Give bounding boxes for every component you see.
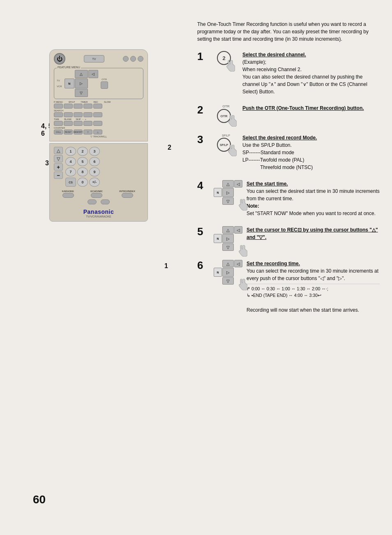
- plus-button[interactable]: [93, 121, 102, 126]
- otr-button[interactable]: [101, 81, 108, 89]
- pmenu-button[interactable]: [54, 104, 63, 109]
- tv-av-button[interactable]: TV: [84, 55, 104, 63]
- dpad-up-button[interactable]: △: [75, 70, 88, 78]
- step-6-icon: △ ◁ N ▷ ▽: [214, 260, 242, 314]
- pmenu-label: P-MENU: [54, 101, 63, 103]
- splp-label: SP/LP: [69, 101, 75, 103]
- step-4-row: 4 △ ◁ N ▷ ▽ Set the start time.: [197, 180, 380, 217]
- step-1-number: 1: [197, 51, 210, 95]
- timer-label: TIMER: [81, 101, 88, 103]
- plus-arrow-button[interactable]: +: [54, 163, 63, 171]
- mid-row-1: [54, 104, 143, 109]
- power-button[interactable]: ⏻: [54, 53, 65, 65]
- step-3-title: Select the desired record Mode.: [242, 135, 317, 141]
- plus-minus-button[interactable]: +/-: [89, 178, 100, 187]
- tracking-down-button[interactable]: ▽: [83, 130, 92, 134]
- skip-button[interactable]: [74, 121, 83, 126]
- karaoke-button[interactable]: [62, 193, 74, 198]
- step-1-title: Select the desired channel.: [242, 52, 306, 58]
- num-5-button[interactable]: 5: [77, 157, 88, 166]
- mid-buttons-section: P-MENU SP/LP TIMER REC SLOW SE: [54, 101, 143, 138]
- feature-menu-label: FEATURE MENU: [57, 66, 81, 69]
- remote-bottom-section: △ ▽ + − 1 2 3 4 5 6 7 8: [49, 143, 148, 222]
- dpad-left-button[interactable]: ◁: [88, 70, 98, 78]
- step-3-number: 3: [197, 134, 210, 171]
- timing-sequence: ↱ 0:00 ↔ 0:30 ↔ 1:00 ↔ 1:30 ↔ 2:00 ↔·; ↳…: [247, 284, 380, 299]
- arrow-up-button[interactable]: △: [54, 147, 63, 154]
- time-blank-labels: TIME BLANK SKIP - +: [54, 118, 143, 120]
- numpad-section: △ ▽ + − 1 2 3 4 5 6 7 8: [54, 147, 143, 187]
- memory-button[interactable]: MEMORY: [74, 130, 83, 134]
- step-3-row: 3 SP/LP SP/LP Select the desired record …: [197, 134, 380, 171]
- step-3-content: Select the desired record Mode. Use the …: [242, 134, 380, 171]
- cs-button[interactable]: CS: [65, 178, 76, 187]
- mic-volume-buttons: [54, 199, 143, 204]
- slow-button[interactable]: [93, 104, 102, 109]
- minus-arrow-button[interactable]: −: [54, 171, 63, 179]
- num-4-button[interactable]: 4: [65, 157, 76, 166]
- arrow-down-button[interactable]: ▽: [54, 155, 63, 162]
- search-labels: SEARCH: [54, 109, 143, 112]
- echo-mic-label: ECHO/MIC: [90, 190, 103, 192]
- dpad-center-button[interactable]: N: [65, 79, 74, 88]
- step-5-content: Set the cursor to REC⊡ by using the curs…: [247, 226, 380, 251]
- karaoke-label: KARAOKE: [62, 190, 74, 192]
- splp-button[interactable]: [64, 104, 73, 109]
- hand-pointer-icon-2: [228, 115, 237, 127]
- extra-button-1[interactable]: [130, 56, 136, 62]
- time-button[interactable]: [54, 121, 63, 126]
- dpad4-left: ◁: [234, 180, 242, 188]
- search-button-1[interactable]: [54, 112, 63, 117]
- mute-button[interactable]: [123, 56, 129, 62]
- search-button-4[interactable]: [83, 112, 92, 117]
- call-button[interactable]: CALL: [54, 130, 63, 134]
- search-button-5[interactable]: [93, 112, 102, 117]
- mic-vol-up-button[interactable]: [101, 199, 110, 204]
- mic-vol-down-button[interactable]: [88, 199, 97, 204]
- num-0-button[interactable]: 0: [77, 178, 88, 187]
- step-1-row: 1 2 Select the desired channel. (Example…: [197, 51, 380, 95]
- brand-name: Panasonic: [54, 208, 143, 215]
- echo-mic-item: ECHO/MIC: [90, 190, 103, 198]
- minus-button[interactable]: [83, 121, 92, 126]
- intro-index-button[interactable]: [122, 193, 133, 198]
- remote-dpad[interactable]: △ ◁ N ▷ ▽: [65, 70, 98, 97]
- hand-pointer-icon-6: [238, 279, 247, 290]
- tracking-up-button[interactable]: △: [93, 130, 102, 134]
- num-3-button[interactable]: 3: [89, 147, 100, 156]
- reset-button[interactable]: RESET: [64, 130, 73, 134]
- time-label: TIME: [54, 118, 59, 120]
- page: 4, 5,6 3 1 2 ⏻ TV: [0, 0, 392, 535]
- tracking-label: ▽ TRACKING△: [54, 135, 143, 138]
- timer-button[interactable]: [74, 104, 83, 109]
- otr-section: OTR: [101, 78, 108, 89]
- search-button-3[interactable]: [74, 112, 83, 117]
- search-button-2[interactable]: [64, 112, 73, 117]
- step-6-dpad-container: △ ◁ N ▷ ▽: [214, 260, 242, 285]
- dpad-right-button[interactable]: ▷: [75, 79, 88, 88]
- step-3-icon: SP/LP SP/LP: [214, 134, 238, 171]
- num-2-button[interactable]: 2: [77, 147, 88, 156]
- arrow-cluster: △ ▽ + −: [54, 147, 63, 179]
- mid-row-4: CALL RESET MEMORY ▽ △: [54, 130, 143, 134]
- num-1-button[interactable]: 1: [65, 147, 76, 156]
- num-8-button[interactable]: 8: [77, 167, 88, 176]
- dpad-down-button[interactable]: ▽: [75, 89, 88, 97]
- hand-pointer-icon-4: [238, 199, 247, 211]
- num-9-button[interactable]: 9: [89, 167, 100, 176]
- echo-mic-button[interactable]: [91, 193, 102, 198]
- dpad-container: △ ◁ N ▷ ▽: [65, 70, 98, 97]
- dpad5-left: ◁: [234, 226, 242, 234]
- num-6-button[interactable]: 6: [89, 157, 100, 166]
- rec-button[interactable]: [83, 104, 92, 109]
- step-2-icon: OTR OTR: [214, 104, 238, 125]
- step-2-content: Push the OTR (One-Touch Timer Recording)…: [242, 104, 380, 125]
- step-3-icon-container: SP/LP SP/LP: [217, 134, 235, 155]
- step-2-icon-container: OTR OTR: [217, 104, 235, 125]
- vcr-label: VCR: [57, 85, 62, 88]
- blank-button[interactable]: [64, 121, 73, 126]
- step-6-row: 6 △ ◁ N ▷ ▽ Set the recording time.: [197, 260, 380, 314]
- extra-button-2[interactable]: [138, 56, 143, 62]
- num-7-button[interactable]: 7: [65, 167, 76, 176]
- blank-label: BLANK: [64, 118, 71, 120]
